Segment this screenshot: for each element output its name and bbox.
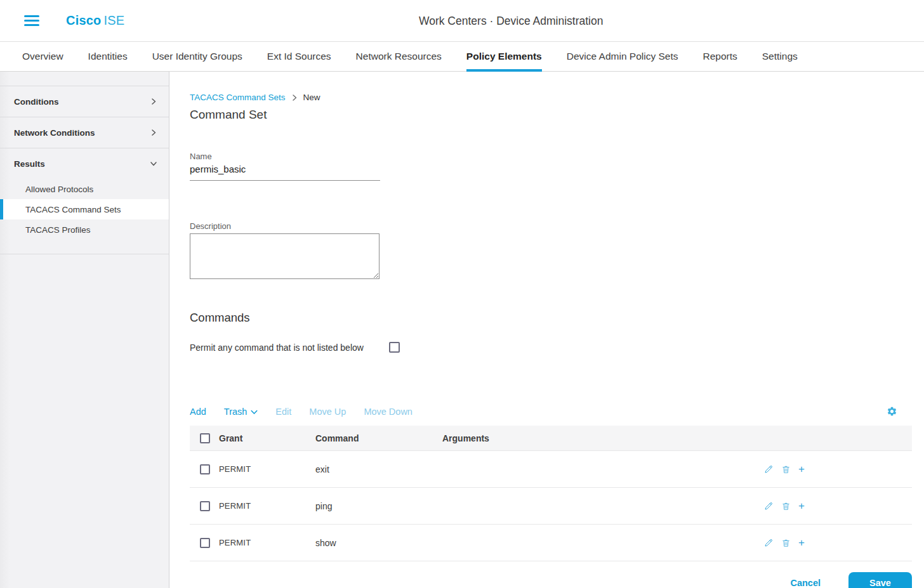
description-field: Description (190, 221, 380, 282)
tab-user-identity-groups[interactable]: User Identity Groups (152, 42, 242, 71)
tab-settings[interactable]: Settings (762, 42, 798, 71)
tab-ext-id-sources[interactable]: Ext Id Sources (267, 42, 331, 71)
delete-trash-icon[interactable] (781, 538, 791, 548)
edit-pencil-icon[interactable] (763, 464, 774, 474)
grant-cell: PERMIT (219, 501, 315, 511)
permit-any-command-label: Permit any command that is not listed be… (190, 343, 364, 353)
column-header-arguments: Arguments (442, 433, 912, 443)
table-header-row: Grant Command Arguments (190, 426, 912, 451)
description-field-label: Description (190, 221, 380, 231)
breadcrumb-current: New (303, 93, 320, 102)
command-cell: ping (315, 501, 442, 511)
main-content: TACACS Command Sets New Command Set Name… (169, 72, 924, 588)
permit-any-command-row: Permit any command that is not listed be… (190, 342, 912, 353)
tab-policy-elements[interactable]: Policy Elements (466, 42, 542, 71)
description-textarea[interactable] (190, 233, 380, 279)
page-title: Command Set (190, 108, 912, 122)
form-footer: Cancel Save (190, 561, 912, 588)
sidebar-divider (0, 254, 169, 254)
row-actions: + (763, 500, 805, 511)
name-field: Name (190, 152, 380, 181)
name-input[interactable] (190, 164, 380, 174)
row-checkbox[interactable] (200, 501, 210, 511)
sidebar-section-label: Network Conditions (14, 128, 95, 138)
cisco-ise-app: CiscoISE Work Centers · Device Administr… (0, 0, 924, 588)
delete-trash-icon[interactable] (781, 501, 791, 511)
commands-table: Grant Command Arguments PERMIT exit + PE… (190, 426, 912, 561)
table-body: PERMIT exit + PERMIT ping + (190, 451, 912, 561)
column-header-grant: Grant (219, 433, 315, 443)
command-cell: exit (315, 464, 442, 474)
edit-pencil-icon[interactable] (763, 538, 774, 548)
edit-button[interactable]: Edit (275, 407, 291, 417)
row-actions: + (763, 464, 805, 474)
add-plus-icon[interactable]: + (798, 537, 805, 548)
breadcrumb: TACACS Command Sets New (190, 93, 912, 102)
tab-device-admin-policy-sets[interactable]: Device Admin Policy Sets (567, 42, 678, 71)
cancel-button[interactable]: Cancel (790, 578, 821, 588)
save-button[interactable]: Save (848, 572, 912, 588)
chevron-right-icon (150, 98, 157, 105)
sidebar-section-results[interactable]: Results (0, 148, 169, 179)
column-header-command: Command (315, 433, 442, 443)
brand-cisco: Cisco (66, 13, 101, 27)
name-field-label: Name (190, 152, 380, 161)
commands-toolbar: Add Trash Edit Move Up Move Down (190, 406, 912, 417)
sidebar-section-label: Results (14, 159, 45, 169)
sidebar-results-items: Allowed ProtocolsTACACS Command SetsTACA… (0, 179, 169, 254)
table-row: PERMIT ping + (190, 488, 912, 525)
row-checkbox[interactable] (200, 464, 210, 474)
sidebar-section-label: Conditions (14, 97, 59, 107)
page-context-title: Work Centers · Device Administration (419, 0, 603, 42)
table-row: PERMIT show + (190, 525, 912, 561)
edit-pencil-icon[interactable] (763, 501, 774, 511)
tab-reports[interactable]: Reports (703, 42, 737, 71)
tab-identities[interactable]: Identities (88, 42, 128, 71)
sidebar-section-network-conditions[interactable]: Network Conditions (0, 117, 169, 148)
tab-overview[interactable]: Overview (22, 42, 63, 71)
gear-icon[interactable] (887, 406, 897, 417)
select-all-checkbox[interactable] (200, 433, 210, 443)
sidebar-item-tacacs-command-sets[interactable]: TACACS Command Sets (0, 199, 169, 219)
breadcrumb-chevron-icon (291, 94, 298, 101)
permit-any-command-checkbox[interactable] (389, 342, 400, 353)
breadcrumb-parent-link[interactable]: TACACS Command Sets (190, 93, 286, 102)
command-cell: show (315, 538, 442, 548)
trash-dropdown-button[interactable]: Trash (224, 407, 258, 417)
sidebar-item-allowed-protocols[interactable]: Allowed Protocols (0, 179, 169, 199)
main-nav-tabs: OverviewIdentitiesUser Identity GroupsEx… (0, 42, 924, 72)
sidebar-section-conditions[interactable]: Conditions (0, 86, 169, 117)
add-button[interactable]: Add (190, 407, 206, 417)
chevron-down-icon (251, 407, 258, 417)
grant-cell: PERMIT (219, 464, 315, 474)
chevron-down-icon (150, 160, 157, 167)
brand-ise: ISE (103, 13, 124, 27)
add-plus-icon[interactable]: + (798, 464, 805, 474)
top-header: CiscoISE Work Centers · Device Administr… (0, 0, 924, 42)
tab-network-resources[interactable]: Network Resources (356, 42, 442, 71)
grant-cell: PERMIT (219, 538, 315, 547)
row-checkbox[interactable] (200, 538, 210, 548)
sidebar-item-tacacs-profiles[interactable]: TACACS Profiles (0, 219, 169, 240)
row-actions: + (763, 537, 805, 548)
move-down-button[interactable]: Move Down (364, 407, 412, 417)
body-layout: Conditions Network Conditions Results Al… (0, 72, 924, 588)
hamburger-menu-icon[interactable] (24, 15, 39, 26)
cisco-ise-logo[interactable]: CiscoISE (66, 13, 124, 28)
left-sidebar: Conditions Network Conditions Results Al… (0, 72, 169, 588)
move-up-button[interactable]: Move Up (309, 407, 346, 417)
chevron-right-icon (150, 129, 157, 136)
table-row: PERMIT exit + (190, 451, 912, 488)
add-plus-icon[interactable]: + (798, 500, 805, 511)
delete-trash-icon[interactable] (781, 464, 791, 474)
commands-section-title: Commands (190, 311, 912, 325)
